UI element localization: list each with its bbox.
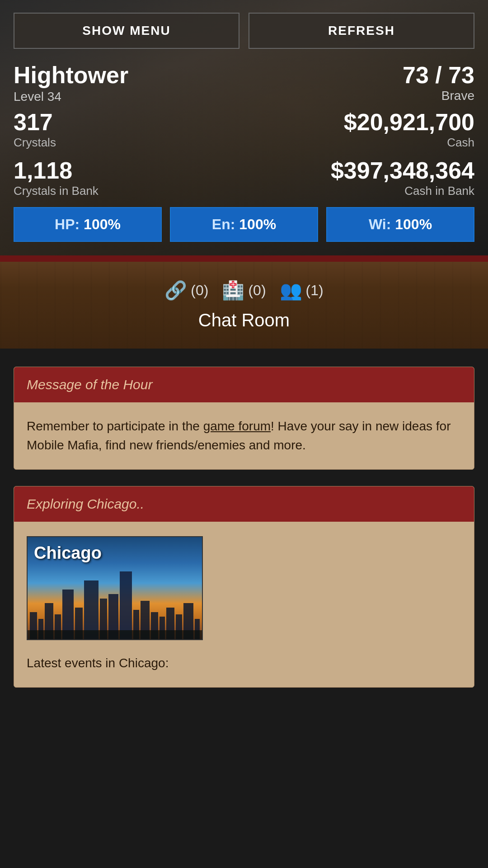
chat-room-title[interactable]: Chat Room	[9, 310, 479, 330]
crystals-bank-label: Crystals in Bank	[14, 184, 99, 198]
hp-bar-value: 100%	[84, 216, 121, 232]
group-item[interactable]: 👥 (1)	[280, 280, 324, 301]
cash-label: Cash	[344, 136, 474, 150]
first-aid-item[interactable]: 🏥 (0)	[222, 280, 266, 301]
wi-bar: Wi: 100%	[326, 207, 474, 242]
crystals-bank-value: 1,118	[14, 157, 99, 184]
cash-section: $20,921,700 Cash	[344, 108, 474, 150]
exploring-chicago-title: Exploring Chicago..	[27, 496, 144, 511]
header-section: SHOW MENU REFRESH Hightower Level 34 73 …	[0, 0, 488, 255]
en-bar-label: En:	[212, 216, 235, 232]
message-of-hour-title: Message of the Hour	[27, 377, 152, 392]
top-buttons-row: SHOW MENU REFRESH	[14, 13, 474, 49]
icon-row: 🔗 (0) 🏥 (0) 👥 (1)	[9, 280, 479, 301]
en-bar: En: 100%	[170, 207, 318, 242]
wi-bar-label: Wi:	[369, 216, 391, 232]
player-level: Level 34	[14, 90, 128, 104]
group-icon: 👥	[280, 280, 302, 301]
cash-bank-label: Cash in Bank	[331, 184, 474, 198]
handcuffs-icon: 🔗	[164, 280, 187, 301]
hp-bar-label: HP:	[55, 216, 80, 232]
handcuffs-count: (0)	[191, 282, 208, 299]
hp-fraction: 73 / 73	[403, 61, 474, 89]
game-forum-link[interactable]: game forum	[203, 419, 271, 433]
player-name-section: Hightower Level 34	[14, 61, 128, 104]
handcuffs-item[interactable]: 🔗 (0)	[164, 280, 208, 301]
first-aid-count: (0)	[248, 282, 266, 299]
show-menu-button[interactable]: SHOW MENU	[14, 13, 239, 49]
cash-bank-value: $397,348,364	[331, 157, 474, 184]
first-aid-icon: 🏥	[222, 280, 244, 301]
alignment-label: Brave	[403, 89, 474, 103]
exploring-chicago-header: Exploring Chicago..	[14, 486, 474, 522]
cash-value: $20,921,700	[344, 108, 474, 136]
exploring-chicago-card: Exploring Chicago..	[14, 486, 474, 688]
message-of-hour-header: Message of the Hour	[14, 367, 474, 402]
message-of-hour-body: Remember to participate in the game foru…	[14, 402, 474, 469]
stat-bars: HP: 100% En: 100% Wi: 100%	[14, 207, 474, 255]
crystals-value: 317	[14, 108, 56, 136]
crystals-section: 317 Crystals	[14, 108, 56, 150]
hp-bar: HP: 100%	[14, 207, 162, 242]
divider	[0, 255, 488, 262]
refresh-button[interactable]: REFRESH	[249, 13, 474, 49]
cash-bank-section: $397,348,364 Cash in Bank	[331, 157, 474, 198]
player-stats: Hightower Level 34 73 / 73 Brave 317 Cry…	[14, 61, 474, 198]
wood-panel-section: 🔗 (0) 🏥 (0) 👥 (1) Chat Room	[0, 262, 488, 349]
exploring-chicago-body: Chicago Latest events in Chicago:	[14, 522, 474, 687]
hp-display: 73 / 73 Brave	[403, 61, 474, 103]
chicago-city-image: Chicago	[27, 536, 203, 640]
wi-bar-value: 100%	[395, 216, 432, 232]
message-of-hour-card: Message of the Hour Remember to particip…	[14, 367, 474, 470]
content-area: Message of the Hour Remember to particip…	[0, 349, 488, 846]
message-of-hour-text: Remember to participate in the game foru…	[27, 417, 461, 455]
en-bar-value: 100%	[239, 216, 276, 232]
group-count: (1)	[306, 282, 324, 299]
crystals-bank-section: 1,118 Crystals in Bank	[14, 157, 99, 198]
crystals-label: Crystals	[14, 136, 56, 150]
chicago-image-label: Chicago	[34, 543, 102, 563]
latest-events-text: Latest events in Chicago:	[27, 649, 461, 673]
player-name: Hightower	[14, 61, 128, 89]
